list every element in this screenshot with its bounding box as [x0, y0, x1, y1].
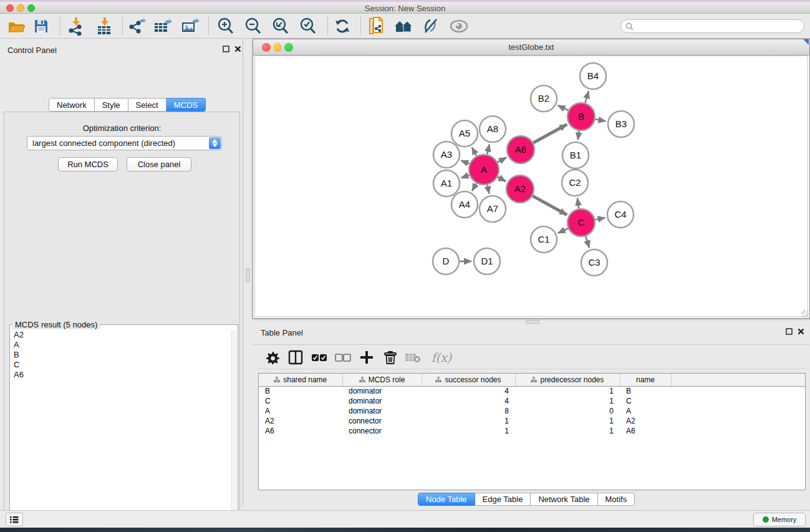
- float-table-panel-icon[interactable]: [786, 328, 793, 335]
- run-mcds-button[interactable]: Run MCDS: [58, 157, 118, 172]
- zoom-fit-icon[interactable]: [269, 16, 292, 37]
- table-row[interactable]: A6connector11A6: [259, 426, 805, 436]
- function-builder-icon[interactable]: f(x): [428, 348, 455, 367]
- result-item[interactable]: C: [14, 360, 232, 370]
- show-graphics-icon[interactable]: [448, 16, 470, 37]
- result-item[interactable]: A2: [14, 330, 232, 340]
- task-history-button[interactable]: [6, 513, 23, 526]
- export-network-icon[interactable]: [125, 16, 148, 37]
- tab-edge-table[interactable]: Edge Table: [475, 493, 531, 506]
- column-header-shared-name[interactable]: shared name: [259, 374, 342, 386]
- clear-checks-icon[interactable]: [334, 348, 352, 367]
- criterion-dropdown[interactable]: largest connected component (directed): [27, 136, 222, 150]
- memory-button[interactable]: Memory: [753, 513, 806, 526]
- result-item[interactable]: A: [14, 340, 232, 350]
- search-icon: [625, 22, 634, 31]
- import-network-icon[interactable]: [64, 16, 87, 37]
- node-label-C2: C2: [569, 177, 581, 188]
- home-icon[interactable]: [392, 16, 415, 37]
- add-row-icon[interactable]: [357, 348, 376, 367]
- edge-A-A7[interactable]: [487, 185, 489, 193]
- edge-A-A3[interactable]: [461, 160, 470, 163]
- zoom-in-icon[interactable]: [215, 16, 237, 37]
- edge-A-A6[interactable]: [498, 157, 506, 162]
- edge-C-C1[interactable]: [558, 228, 568, 233]
- edge-C-C2[interactable]: [577, 198, 579, 209]
- tab-motifs[interactable]: Motifs: [598, 493, 635, 506]
- edge-A-A4[interactable]: [472, 183, 476, 191]
- tab-network[interactable]: Network: [49, 98, 95, 112]
- delete-table-icon[interactable]: [403, 348, 422, 367]
- node-label-A6: A6: [515, 144, 526, 155]
- export-image-icon[interactable]: [179, 16, 201, 37]
- edge-A2-C[interactable]: [533, 196, 567, 215]
- column-header-mcds-role[interactable]: MCDS role: [342, 374, 422, 386]
- edge-B-B3[interactable]: [595, 119, 606, 121]
- table-row[interactable]: Adominator80A: [259, 406, 805, 416]
- float-panel-icon[interactable]: [223, 46, 229, 52]
- window-resize-grip[interactable]: [801, 310, 809, 317]
- close-panel-icon[interactable]: [234, 46, 241, 52]
- node-label-C3: C3: [588, 257, 600, 268]
- app-titlebar[interactable]: Session: New Session: [0, 2, 810, 14]
- dropdown-stepper-icon[interactable]: [209, 137, 221, 149]
- refresh-layout-icon[interactable]: [331, 16, 354, 37]
- network-view-window[interactable]: testGlobe.txt AA1A2A3A4A5A6A7A8BB1B2B3B4…: [253, 39, 810, 319]
- network-window-titlebar[interactable]: testGlobe.txt: [253, 39, 809, 56]
- node-label-C1: C1: [538, 234, 549, 244]
- column-header-successor-nodes[interactable]: successor nodes: [422, 374, 515, 386]
- edge-B-B2[interactable]: [558, 105, 569, 110]
- tab-node-table[interactable]: Node Table: [418, 493, 475, 506]
- table-row[interactable]: Cdominator41C: [259, 396, 805, 406]
- zoom-selected-icon[interactable]: [297, 16, 319, 37]
- import-table-icon[interactable]: [93, 16, 115, 37]
- clone-network-icon[interactable]: [365, 16, 388, 37]
- search-input[interactable]: [636, 22, 792, 31]
- edge-A-A1[interactable]: [461, 175, 469, 178]
- horizontal-splitter-grip[interactable]: [526, 320, 539, 324]
- birds-eye-corner-icon[interactable]: [803, 39, 809, 45]
- hide-details-icon[interactable]: [420, 16, 442, 37]
- delete-row-icon[interactable]: [381, 348, 400, 367]
- result-scrollbar[interactable]: [231, 330, 237, 532]
- search-field[interactable]: [620, 19, 804, 33]
- table-row[interactable]: A2connector11A2: [259, 416, 805, 426]
- vertical-splitter-grip[interactable]: [246, 268, 250, 282]
- node-table[interactable]: shared name MCDS role successor nodes pr…: [258, 373, 806, 490]
- show-columns-icon[interactable]: [286, 348, 305, 367]
- edge-B-B4[interactable]: [585, 91, 589, 103]
- edge-A-A5[interactable]: [472, 147, 476, 156]
- edge-C-C3[interactable]: [586, 236, 589, 248]
- edge-A-A8[interactable]: [487, 144, 489, 154]
- select-all-checks-icon[interactable]: [310, 348, 329, 367]
- edge-C-C4[interactable]: [595, 218, 605, 220]
- result-item[interactable]: A6: [14, 370, 232, 380]
- tab-network-table[interactable]: Network Table: [531, 493, 597, 506]
- tab-select[interactable]: Select: [128, 98, 166, 112]
- node-label-B: B: [578, 111, 584, 122]
- export-table-icon[interactable]: [152, 16, 174, 37]
- column-header-predecessor-nodes[interactable]: predecessor nodes: [515, 374, 620, 386]
- close-table-panel-icon[interactable]: [798, 328, 804, 335]
- tab-style[interactable]: Style: [95, 98, 128, 112]
- table-settings-icon[interactable]: [263, 348, 282, 367]
- node-label-A8: A8: [487, 123, 498, 134]
- column-header-filler: [671, 374, 805, 386]
- result-item[interactable]: B: [14, 350, 232, 360]
- edge-A-A2[interactable]: [498, 177, 506, 181]
- edge-B-B1[interactable]: [578, 131, 579, 140]
- close-panel-button[interactable]: Close panel: [127, 157, 191, 172]
- column-type-icon: [435, 377, 441, 382]
- network-window-title: testGlobe.txt: [253, 42, 809, 52]
- toolbar-separator: [327, 17, 328, 35]
- mcds-result-list[interactable]: A2 A B C A6: [11, 330, 232, 532]
- tab-mcds[interactable]: MCDS: [166, 98, 206, 112]
- zoom-out-icon[interactable]: [242, 16, 264, 37]
- save-session-icon[interactable]: [30, 16, 52, 37]
- open-file-icon[interactable]: [5, 16, 27, 37]
- network-canvas[interactable]: AA1A2A3A4A5A6A7A8BB1B2B3B4CC1C2C3C4DD1: [254, 56, 808, 317]
- table-row[interactable]: Bdominator41B: [259, 386, 805, 396]
- edge-A6-B[interactable]: [533, 124, 567, 143]
- node-label-A3: A3: [441, 149, 452, 160]
- column-header-name[interactable]: name: [620, 374, 671, 386]
